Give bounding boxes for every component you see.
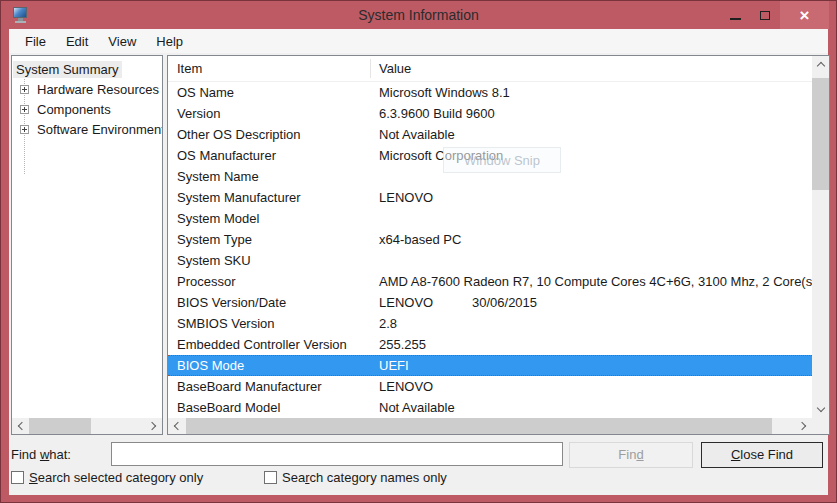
table-row[interactable]: System SKU	[168, 250, 812, 271]
tree-item-label: System Summary	[13, 61, 122, 78]
item-cell: SMBIOS Version	[168, 316, 370, 331]
menu-view[interactable]: View	[98, 31, 146, 52]
table-row[interactable]: Version6.3.9600 Build 9600	[168, 103, 812, 124]
minimize-icon	[730, 18, 741, 20]
item-cell: BIOS Mode	[168, 358, 370, 373]
checkbox-icon[interactable]	[264, 471, 277, 484]
list-rows: OS NameMicrosoft Windows 8.1Version6.3.9…	[168, 82, 812, 418]
value-cell: Microsoft Corporation	[370, 148, 503, 163]
value-cell: 6.3.9600 Build 9600	[370, 106, 495, 121]
value-cell: UEFI	[370, 358, 409, 373]
item-cell: Embedded Controller Version	[168, 337, 370, 352]
menu-bar: File Edit View Help	[9, 29, 828, 53]
scroll-right-icon[interactable]	[795, 418, 812, 434]
find-button[interactable]: Find	[569, 442, 693, 468]
item-cell: Processor	[168, 274, 370, 289]
menu-edit[interactable]: Edit	[56, 31, 98, 52]
table-row[interactable]: BaseBoard ModelNot Available	[168, 397, 812, 418]
table-row[interactable]: Embedded Controller Version255.255	[168, 334, 812, 355]
system-information-window: System Information × File Edit View Help…	[0, 0, 837, 503]
value-cell: Not Available	[370, 127, 455, 142]
search-selected-category-checkbox[interactable]: Search selected category only	[11, 470, 203, 485]
checkbox-label: Search category names only	[282, 470, 447, 485]
table-row[interactable]: System Name	[168, 166, 812, 187]
menu-file[interactable]: File	[15, 31, 56, 52]
caption-buttons: ×	[720, 1, 829, 29]
list-horizontal-scrollbar[interactable]	[168, 418, 812, 434]
scroll-up-icon[interactable]	[812, 56, 829, 73]
tree-item-hardware-resources[interactable]: Hardware Resources	[12, 79, 162, 99]
close-button[interactable]: ×	[780, 1, 829, 29]
table-row[interactable]: OS NameMicrosoft Windows 8.1	[168, 82, 812, 103]
table-row[interactable]: SMBIOS Version2.8	[168, 313, 812, 334]
title-bar: System Information ×	[1, 1, 836, 29]
category-tree-pane: System SummaryHardware ResourcesComponen…	[11, 55, 163, 435]
list-vscroll-thumb[interactable]	[812, 78, 829, 190]
tree-item-label: Components	[34, 101, 114, 118]
list-header: Item Value	[168, 56, 812, 82]
minimize-button[interactable]	[720, 1, 750, 29]
tree-item-system-summary[interactable]: System Summary	[12, 59, 162, 79]
value-cell: Not Available	[370, 400, 455, 415]
item-cell: System Type	[168, 232, 370, 247]
value-cell: LENOVO	[370, 190, 433, 205]
expand-plus-icon[interactable]	[20, 125, 29, 134]
item-cell: OS Name	[168, 85, 370, 100]
window-title: System Information	[1, 7, 836, 23]
monitor-icon	[13, 7, 27, 18]
item-cell: Other OS Description	[168, 127, 370, 142]
table-row[interactable]: Other OS DescriptionNot Available	[168, 124, 812, 145]
checkbox-icon[interactable]	[11, 471, 24, 484]
value-cell: x64-based PC	[370, 232, 461, 247]
tree-item-components[interactable]: Components	[12, 99, 162, 119]
item-cell: System Model	[168, 211, 370, 226]
column-divider[interactable]	[370, 59, 371, 78]
tree-items: System SummaryHardware ResourcesComponen…	[12, 59, 162, 139]
value-cell: AMD A8-7600 Radeon R7, 10 Compute Cores …	[370, 274, 812, 289]
table-row[interactable]: BaseBoard ManufacturerLENOVO	[168, 376, 812, 397]
item-cell: System Manufacturer	[168, 190, 370, 205]
tree-item-software-environment[interactable]: Software Environment	[12, 119, 162, 139]
close-icon: ×	[800, 7, 810, 24]
scroll-right-icon[interactable]	[145, 418, 162, 434]
column-header-value[interactable]: Value	[370, 61, 411, 76]
search-category-names-checkbox[interactable]: Search category names only	[264, 470, 447, 485]
maximize-icon	[760, 11, 770, 20]
table-row[interactable]: BIOS ModeUEFI	[168, 355, 812, 376]
scroll-down-icon[interactable]	[812, 401, 829, 418]
table-row[interactable]: ProcessorAMD A8-7600 Radeon R7, 10 Compu…	[168, 271, 812, 292]
window-content: File Edit View Help System SummaryHardwa…	[9, 29, 828, 495]
maximize-button[interactable]	[750, 1, 780, 29]
item-cell: OS Manufacturer	[168, 148, 370, 163]
column-header-item[interactable]: Item	[168, 61, 370, 76]
expand-plus-icon[interactable]	[20, 85, 29, 94]
item-cell: System Name	[168, 169, 370, 184]
tree-hscroll-thumb[interactable]	[29, 418, 91, 434]
table-row[interactable]: System Model	[168, 208, 812, 229]
search-options-row: Search selected category only Search cat…	[9, 470, 828, 490]
find-input[interactable]	[111, 442, 563, 466]
expand-plus-icon[interactable]	[20, 105, 29, 114]
list-vertical-scrollbar[interactable]	[812, 56, 829, 418]
list-hscroll-thumb[interactable]	[186, 418, 772, 434]
table-row[interactable]: BIOS Version/DateLENOVO30/06/2015	[168, 292, 812, 313]
table-row[interactable]: OS ManufacturerMicrosoft Corporation	[168, 145, 812, 166]
tree-item-label: Software Environment	[34, 121, 163, 138]
scroll-left-icon[interactable]	[12, 418, 29, 434]
app-icon	[12, 7, 30, 23]
scrollbar-corner	[812, 418, 829, 434]
menu-help[interactable]: Help	[146, 31, 193, 52]
value-cell: 255.255	[370, 337, 426, 352]
close-find-button[interactable]: Close Find	[701, 442, 823, 468]
item-cell: Version	[168, 106, 370, 121]
item-cell: BIOS Version/Date	[168, 295, 370, 310]
tree-horizontal-scrollbar[interactable]	[12, 418, 162, 434]
value-cell: 2.8	[370, 316, 397, 331]
find-what-label: Find what:	[11, 447, 71, 462]
table-row[interactable]: System Typex64-based PC	[168, 229, 812, 250]
item-cell: BaseBoard Manufacturer	[168, 379, 370, 394]
value-cell: LENOVO30/06/2015	[370, 295, 537, 310]
scroll-left-icon[interactable]	[168, 418, 185, 434]
table-row[interactable]: System ManufacturerLENOVO	[168, 187, 812, 208]
item-cell: BaseBoard Model	[168, 400, 370, 415]
